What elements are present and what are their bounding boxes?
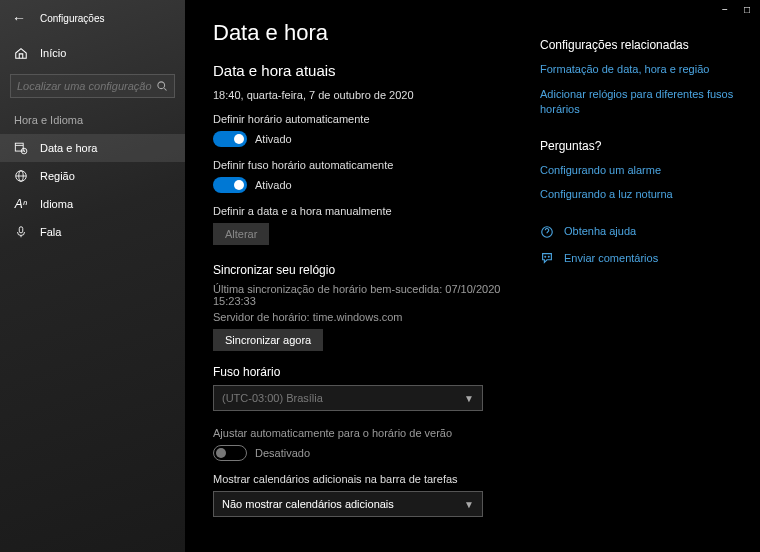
change-button: Alterar (213, 223, 269, 245)
questions-heading: Perguntas? (540, 139, 742, 153)
sync-heading: Sincronizar seu relógio (213, 263, 510, 277)
link-get-help[interactable]: Obtenha ajuda (564, 224, 636, 239)
timezone-select: (UTC-03:00) Brasília ▼ (213, 385, 483, 411)
link-additional-clocks[interactable]: Adicionar relógios para diferentes fusos… (540, 87, 742, 117)
related-heading: Configurações relacionadas (540, 38, 742, 52)
dst-state: Desativado (255, 447, 310, 459)
nav-home[interactable]: Início (0, 40, 185, 66)
extra-cal-value: Não mostrar calendários adicionais (222, 498, 394, 510)
tz-heading: Fuso horário (213, 365, 510, 379)
home-icon (14, 46, 28, 60)
svg-point-0 (158, 82, 165, 89)
language-icon: Aⁿ (14, 197, 28, 211)
page-title: Data e hora (213, 20, 510, 46)
sidebar-item-language[interactable]: Aⁿ Idioma (0, 190, 185, 218)
sidebar: ← Configurações Início Hora e Idioma Dat… (0, 0, 185, 552)
sync-now-button[interactable]: Sincronizar agora (213, 329, 323, 351)
back-button[interactable]: ← (12, 10, 26, 26)
search-input-wrap[interactable] (10, 74, 175, 98)
link-format[interactable]: Formatação de data, hora e região (540, 62, 742, 77)
svg-rect-8 (19, 227, 23, 233)
sync-last: Última sincronização de horário bem-suce… (213, 283, 510, 307)
maximize-button[interactable]: □ (744, 4, 750, 15)
auto-tz-label: Definir fuso horário automaticamente (213, 159, 510, 171)
content: Data e hora Data e hora atuais 18:40, qu… (185, 0, 530, 552)
help-icon (540, 225, 554, 239)
sidebar-item-label: Data e hora (40, 142, 97, 154)
timezone-value: (UTC-03:00) Brasília (222, 392, 323, 404)
search-icon (156, 80, 168, 92)
auto-tz-toggle[interactable] (213, 177, 247, 193)
dst-label: Ajustar automaticamente para o horário d… (213, 427, 510, 439)
sidebar-section-title: Hora e Idioma (0, 110, 185, 134)
globe-icon (14, 169, 28, 183)
window-title: Configurações (40, 13, 104, 24)
extra-cal-select[interactable]: Não mostrar calendários adicionais ▼ (213, 491, 483, 517)
sidebar-item-region[interactable]: Região (0, 162, 185, 190)
auto-time-label: Definir horário automaticamente (213, 113, 510, 125)
current-datetime: 18:40, quarta-feira, 7 de outubro de 202… (213, 89, 510, 101)
svg-line-1 (164, 88, 166, 90)
chevron-down-icon: ▼ (464, 499, 474, 510)
auto-tz-state: Ativado (255, 179, 292, 191)
current-heading: Data e hora atuais (213, 62, 510, 79)
minimize-button[interactable]: − (722, 4, 728, 15)
auto-time-toggle[interactable] (213, 131, 247, 147)
link-night-light[interactable]: Configurando a luz noturna (540, 187, 742, 202)
sidebar-item-label: Região (40, 170, 75, 182)
sidebar-item-speech[interactable]: Fala (0, 218, 185, 246)
link-feedback[interactable]: Enviar comentários (564, 251, 658, 266)
feedback-icon (540, 251, 554, 265)
svg-point-10 (545, 257, 546, 258)
svg-point-11 (548, 257, 549, 258)
main: − □ Data e hora Data e hora atuais 18:40… (185, 0, 760, 552)
microphone-icon (14, 225, 28, 239)
dst-toggle (213, 445, 247, 461)
nav-home-label: Início (40, 47, 66, 59)
auto-time-state: Ativado (255, 133, 292, 145)
link-alarm[interactable]: Configurando um alarme (540, 163, 742, 178)
search-input[interactable] (17, 80, 156, 92)
sync-server: Servidor de horário: time.windows.com (213, 311, 510, 323)
chevron-down-icon: ▼ (464, 393, 474, 404)
calendar-clock-icon (14, 141, 28, 155)
sidebar-item-label: Fala (40, 226, 61, 238)
extra-cal-label: Mostrar calendários adicionais na barra … (213, 473, 510, 485)
manual-label: Definir a data e a hora manualmente (213, 205, 510, 217)
sidebar-item-label: Idioma (40, 198, 73, 210)
sidebar-item-date-time[interactable]: Data e hora (0, 134, 185, 162)
right-rail: Configurações relacionadas Formatação de… (530, 0, 760, 552)
